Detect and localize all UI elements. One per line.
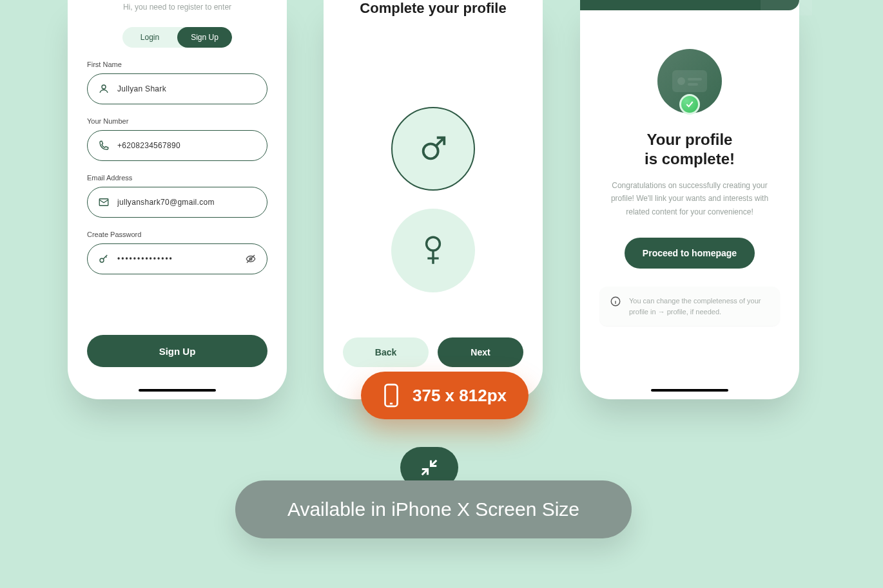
back-button[interactable]: Back — [343, 337, 429, 367]
profile-complete-illustration — [657, 49, 722, 113]
home-indicator — [139, 389, 216, 392]
info-icon — [610, 296, 621, 307]
tab-signup[interactable]: Sign Up — [177, 27, 232, 48]
key-icon — [98, 253, 110, 265]
info-note: You can change the completeness of your … — [599, 287, 780, 326]
svg-point-2 — [100, 258, 104, 262]
device-icon — [383, 383, 400, 408]
signup-subtitle: Hi, you need to register to enter — [87, 3, 267, 12]
email-label: Email Address — [87, 174, 267, 182]
signup-screen: Hi, you need to register to enter Login … — [68, 0, 287, 399]
gender-male-option[interactable] — [391, 107, 475, 191]
svg-rect-8 — [688, 78, 702, 81]
profile-gender-screen: Complete your profile Back Next — [324, 0, 543, 399]
gender-female-option[interactable] — [391, 209, 475, 292]
footer-text: Available in iPhone X Screen Size — [287, 498, 579, 520]
complete-title: Your profile is complete! — [599, 130, 780, 169]
tab-login[interactable]: Login — [122, 27, 177, 48]
proceed-homepage-button[interactable]: Proceed to homepage — [625, 238, 755, 269]
footer-banner: Available in iPhone X Screen Size — [235, 480, 632, 538]
first-name-field-wrap — [87, 73, 267, 104]
signup-submit-button[interactable]: Sign Up — [87, 335, 267, 367]
user-icon — [98, 83, 110, 95]
svg-point-5 — [427, 237, 440, 251]
collapse-icon — [420, 458, 439, 477]
email-input[interactable] — [117, 198, 257, 207]
dimensions-pill: 375 x 812px — [361, 372, 529, 419]
email-field-wrap — [87, 187, 267, 218]
number-field-wrap — [87, 130, 267, 161]
number-label: Your Number — [87, 117, 267, 125]
number-input[interactable] — [117, 141, 257, 150]
profile-complete-screen: Your profile is complete! Congratulation… — [580, 0, 799, 399]
check-badge-icon — [679, 94, 700, 115]
nav-button-row: Back Next — [343, 337, 523, 367]
phone-icon — [98, 140, 110, 151]
first-name-input[interactable] — [117, 84, 257, 93]
first-name-label: First Name — [87, 61, 267, 68]
next-button[interactable]: Next — [438, 337, 523, 367]
password-input[interactable] — [117, 254, 237, 263]
eye-off-icon[interactable] — [245, 253, 257, 265]
svg-point-0 — [102, 85, 106, 89]
svg-rect-9 — [688, 83, 698, 86]
gender-group — [343, 62, 523, 337]
password-field-wrap — [87, 243, 267, 274]
mail-icon — [98, 196, 110, 208]
auth-segmented-control: Login Sign Up — [122, 27, 232, 48]
complete-description: Congratulations on successfully creating… — [599, 179, 780, 218]
info-text: You can change the completeness of your … — [629, 296, 770, 317]
hero-banner — [580, 0, 799, 10]
password-label: Create Password — [87, 231, 267, 238]
home-indicator — [651, 389, 728, 392]
svg-point-7 — [677, 77, 685, 85]
dimensions-text: 375 x 812px — [412, 386, 507, 406]
complete-profile-title: Complete your profile — [343, 0, 523, 17]
